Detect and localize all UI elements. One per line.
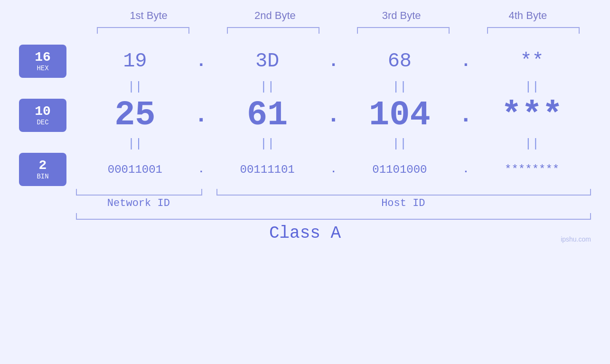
equals-row-2: || || || || (19, 135, 591, 153)
dec-dot3: . (459, 103, 473, 128)
hex-base-num: 16 (35, 50, 51, 65)
hex-dot2: . (327, 52, 341, 71)
byte-headers: 1st Byte 2nd Byte 3rd Byte 4th Byte (19, 9, 591, 26)
bracket-cell-2 (216, 26, 331, 35)
class-label: Class A (269, 224, 341, 243)
dec-byte1: 25 (76, 96, 194, 135)
eq2-dot2 (327, 135, 341, 153)
bin-dot1: . (194, 164, 208, 176)
dec-dot1: . (194, 103, 208, 128)
eq1-dot3 (459, 78, 473, 96)
bracket-cell-3 (346, 26, 461, 35)
bin-byte4: ******** (473, 163, 591, 176)
id-label-row: Network ID Host ID (76, 197, 591, 209)
main-container: 1st Byte 2nd Byte 3rd Byte 4th Byte 16 H… (0, 0, 610, 364)
byte3-header: 3rd Byte (338, 9, 465, 26)
bin-badge: 2 BIN (19, 153, 66, 186)
eq2-dot1 (194, 135, 208, 153)
big-bracket (76, 213, 591, 220)
eq1-b4: || (473, 78, 591, 96)
hex-byte4: ** (473, 50, 591, 73)
dec-row: 10 DEC 25 . 61 . 104 . *** (19, 96, 591, 135)
equals-row-1: || || || || (19, 78, 591, 96)
watermark: ipshu.com (561, 235, 591, 243)
bin-byte3: 01101000 (341, 163, 459, 176)
eq1-dot2 (327, 78, 341, 96)
big-bracket-row (19, 213, 591, 220)
byte1-header: 1st Byte (85, 9, 212, 26)
host-id-label: Host ID (216, 197, 591, 209)
eq2-b3: || (341, 135, 459, 153)
hex-row: 16 HEX 19 . 3D . 68 . ** (19, 45, 591, 78)
bin-row: 2 BIN 00011001 . 00111101 . 01101000 . *… (19, 153, 591, 186)
hex-byte-cells: 19 . 3D . 68 . ** (76, 50, 591, 73)
dec-base-label: DEC (37, 119, 48, 126)
top-bracket-row (19, 26, 591, 35)
eq2-dot3 (459, 135, 473, 153)
id-bracket-row (76, 189, 591, 196)
class-row: Class A ipshu.com (19, 224, 591, 243)
network-id-bracket (76, 189, 202, 196)
hex-byte2: 3D (208, 50, 327, 73)
eq2-b4: || (473, 135, 591, 153)
dec-badge: 10 DEC (19, 99, 66, 132)
dec-dot2: . (327, 103, 341, 128)
hex-byte3: 68 (341, 50, 459, 73)
byte2-header: 2nd Byte (212, 9, 338, 26)
bracket-cell-4 (475, 26, 591, 35)
bin-base-label: BIN (37, 173, 48, 180)
bracket-top-2 (227, 27, 319, 34)
eq2-b2: || (208, 135, 327, 153)
hex-dot1: . (194, 52, 208, 71)
dec-byte3: 104 (341, 96, 459, 135)
network-id-label: Network ID (76, 197, 201, 209)
hex-base-label: HEX (37, 65, 48, 72)
eq2-b1: || (76, 135, 194, 153)
eq1-b3: || (341, 78, 459, 96)
host-id-bracket (216, 189, 591, 196)
dec-base-num: 10 (35, 104, 51, 119)
eq1-b1: || (76, 78, 194, 96)
bin-dot3: . (459, 164, 473, 176)
byte4-header: 4th Byte (465, 9, 591, 26)
bracket-top-1 (97, 27, 189, 34)
eq1-b2: || (208, 78, 327, 96)
bin-byte-cells: 00011001 . 00111101 . 01101000 . *******… (76, 163, 591, 176)
dec-byte2: 61 (208, 96, 327, 135)
bracket-gap1 (202, 189, 216, 196)
bracket-top-3 (357, 27, 450, 34)
eq1-dot1 (194, 78, 208, 96)
bin-base-num: 2 (39, 159, 47, 173)
bin-byte2: 00111101 (208, 163, 327, 176)
hex-dot3: . (459, 52, 473, 71)
bin-byte1: 00011001 (76, 163, 194, 176)
hex-byte1: 19 (76, 50, 194, 73)
hex-badge: 16 HEX (19, 45, 66, 78)
bin-dot2: . (327, 164, 341, 176)
dec-byte4: *** (473, 96, 591, 135)
bracket-top-4 (487, 27, 580, 34)
dec-byte-cells: 25 . 61 . 104 . *** (76, 96, 591, 135)
bracket-cell-1 (85, 26, 201, 35)
